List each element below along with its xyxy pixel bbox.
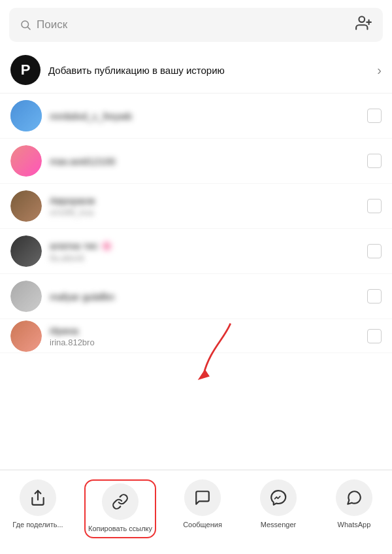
search-placeholder: Поиск [37,18,67,31]
action-messages[interactable]: Сообщения [173,479,232,529]
action-share[interactable]: Где поделить... [8,479,67,529]
avatar [10,190,42,222]
contact-info: Аврорасм s/noft8_kua [50,195,367,217]
contact-name: mav.avid12100 [50,156,367,167]
list-item[interactable]: mav.avid12100 [0,139,392,184]
contact-info: mav.avid12100 [50,156,367,167]
story-chevron-icon: › [377,63,382,78]
avatar [10,100,42,131]
list-item[interactable]: mafyar gulafbn [0,274,392,319]
messenger-label: Messenger [261,520,296,529]
whatsapp-icon-circle [336,479,372,516]
list-item[interactable]: Аврорасм s/noft8_kua [0,184,392,229]
avatar [10,235,42,267]
contact-sub: s/noft8_kua [50,207,367,217]
search-bar[interactable]: Поиск [9,8,383,42]
contact-name: алатка тис 🌸 [50,240,367,252]
contact-name: mafyar gulafbn [50,291,367,302]
action-whatsapp[interactable]: WhatsApp [325,479,384,529]
contact-name: mmbdvd_c_freywb [50,111,367,122]
list-item[interactable]: mmbdvd_c_freywb [0,94,392,139]
chat-icon [194,489,211,506]
share-icon [29,489,46,506]
contact-info: алатка тис 🌸 fla.alton8 [50,240,367,263]
messenger-icon-circle [260,479,297,516]
avatar [10,145,42,177]
contact-checkbox[interactable] [367,154,382,168]
list-item[interactable]: алатка тис 🌸 fla.alton8 [0,229,392,274]
contact-checkbox[interactable] [367,244,382,258]
arrow-annotation [189,320,242,389]
contact-checkbox[interactable] [367,289,382,303]
whatsapp-label: WhatsApp [338,520,371,529]
action-messenger[interactable]: Messenger [249,479,308,529]
contact-list: mmbdvd_c_freywb mav.avid12100 Аврорасм s… [0,94,392,353]
whatsapp-icon [346,489,363,506]
bottom-action-bar: Где поделить... Копировать ссылку Сообще… [0,470,392,554]
contact-info: mafyar gulafbn [50,291,367,302]
svg-line-1 [27,27,30,29]
contact-checkbox[interactable] [367,329,382,343]
search-icon [20,19,31,31]
avatar [10,320,42,352]
messenger-icon [270,489,287,506]
svg-point-0 [22,21,29,28]
avatar [10,281,42,312]
link-icon [112,493,129,510]
contact-name: Аврорасм [50,195,367,206]
chat-icon-circle [184,479,221,516]
add-person-icon[interactable] [355,14,372,35]
story-avatar: P [10,55,41,85]
action-copy-link[interactable]: Копировать ссылку [84,479,156,538]
svg-point-2 [359,16,365,22]
share-label: Где поделить... [12,520,63,529]
contact-checkbox[interactable] [367,109,382,123]
link-icon-circle [102,483,139,520]
contact-checkbox[interactable] [367,199,382,213]
messages-label: Сообщения [183,520,222,529]
contact-info: mmbdvd_c_freywb [50,111,367,122]
story-label: Добавить публикацию в вашу историю [48,65,377,76]
share-icon-circle [20,479,56,516]
contact-sub: fla.alton8 [50,253,367,263]
story-row[interactable]: P Добавить публикацию в вашу историю › [0,47,392,94]
copy-link-label: Копировать ссылку [88,524,152,533]
